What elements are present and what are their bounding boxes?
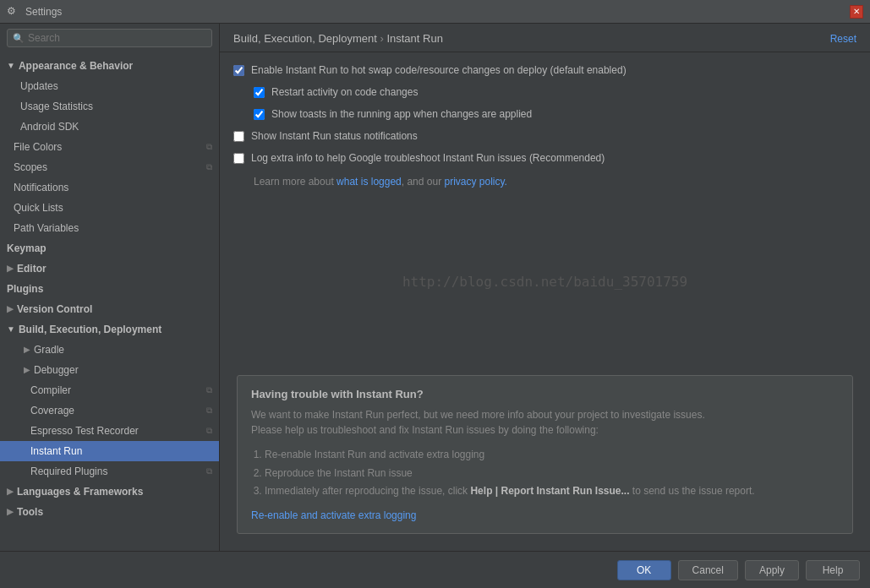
restart-activity-checkbox[interactable] [254, 87, 265, 98]
checkbox-show-status-notifications: Show Instant Run status notifications [233, 128, 856, 144]
expand-icon: ▶ [7, 504, 14, 520]
show-toasts-checkbox[interactable] [254, 109, 265, 120]
enable-instant-run-label: Enable Instant Run to hot swap code/reso… [251, 64, 627, 76]
trouble-box: Having trouble with Instant Run? We want… [237, 375, 853, 534]
sidebar-item-android-sdk[interactable]: Android SDK [0, 117, 219, 137]
main-container: 🔍 ▼ Appearance & Behavior Updates Usage … [0, 24, 870, 588]
sidebar-item-label: Languages & Frameworks [17, 483, 143, 500]
search-box[interactable]: 🔍 [7, 29, 212, 47]
trouble-step-3: Immediately after reproducing the issue,… [265, 482, 839, 501]
sidebar-item-label: Editor [17, 260, 47, 277]
sidebar-item-label: Keymap [7, 240, 47, 257]
copy-icon: ⧉ [206, 402, 212, 419]
sidebar-item-label: File Colors [14, 139, 62, 155]
sidebar-item-gradle[interactable]: ▶ Gradle [0, 340, 219, 360]
panel-content: Enable Instant Run to hot swap code/reso… [220, 52, 870, 551]
sidebar-item-label: Path Variables [14, 220, 79, 237]
sidebar-item-file-colors[interactable]: File Colors ⧉ [0, 137, 219, 157]
ok-button[interactable]: OK [617, 560, 671, 580]
checkbox-enable-instant-run: Enable Instant Run to hot swap code/reso… [233, 63, 856, 78]
trouble-step-2: Reproduce the Instant Run issue [265, 465, 839, 483]
copy-icon: ⧉ [206, 463, 212, 480]
enable-instant-run-checkbox[interactable] [233, 65, 244, 76]
sidebar-item-label: Coverage [30, 402, 74, 419]
log-extra-info-checkbox[interactable] [233, 153, 244, 164]
sidebar-item-debugger[interactable]: ▶ Debugger [0, 360, 219, 380]
expand-icon: ▼ [7, 57, 15, 74]
search-input[interactable] [28, 32, 206, 44]
sidebar-item-label: Quick Lists [14, 199, 63, 216]
trouble-title: Having trouble with Instant Run? [251, 388, 839, 400]
search-icon: 🔍 [13, 33, 25, 44]
sidebar-item-label: Required Plugins [30, 463, 107, 480]
content-area: 🔍 ▼ Appearance & Behavior Updates Usage … [0, 24, 870, 551]
sidebar-item-updates[interactable]: Updates [0, 76, 219, 96]
re-enable-logging-link[interactable]: Re-enable and activate extra logging [251, 509, 416, 521]
panel-header: Build, Execution, Deployment › Instant R… [220, 24, 870, 52]
sidebar-item-build-execution-deployment[interactable]: ▼ Build, Execution, Deployment [0, 319, 219, 340]
sidebar-item-instant-run[interactable]: Instant Run [0, 441, 219, 461]
copy-icon: ⧉ [206, 422, 212, 439]
sidebar-item-scopes[interactable]: Scopes ⧉ [0, 157, 219, 177]
what-is-logged-link[interactable]: what is logged [337, 176, 402, 188]
sidebar-item-editor[interactable]: ▶ Editor [0, 259, 219, 279]
sidebar-item-label: Appearance & Behavior [19, 57, 133, 74]
main-panel: Build, Execution, Deployment › Instant R… [220, 24, 870, 551]
show-status-notifications-checkbox[interactable] [233, 131, 244, 142]
help-button[interactable]: Help [806, 560, 860, 580]
show-toasts-label: Show toasts in the running app when chan… [271, 108, 532, 120]
sidebar-item-tools[interactable]: ▶ Tools [0, 502, 219, 522]
breadcrumb: Build, Execution, Deployment › Instant R… [233, 32, 443, 45]
expand-icon: ▼ [7, 321, 15, 338]
panel-breadcrumb-text: Build, Execution, Deployment › Instant R… [233, 32, 443, 45]
show-status-notifications-label: Show Instant Run status notifications [251, 130, 418, 142]
sidebar-item-label: Debugger [34, 362, 79, 378]
sidebar-item-coverage[interactable]: Coverage ⧉ [0, 400, 219, 421]
sidebar-item-plugins[interactable]: Plugins [0, 279, 219, 299]
copy-icon: ⧉ [206, 382, 212, 399]
sidebar-item-label: Instant Run [30, 443, 82, 460]
cancel-button[interactable]: Cancel [678, 560, 738, 580]
sidebar-item-keymap[interactable]: Keymap [0, 238, 219, 259]
sidebar-item-label: Build, Execution, Deployment [19, 321, 161, 338]
expand-icon: ▶ [24, 362, 30, 378]
trouble-desc: We want to make Instant Run perfect, but… [251, 407, 839, 438]
help-menu-label: Help | Report Instant Run Issue... [470, 485, 629, 497]
privacy-policy-link[interactable]: privacy policy. [444, 176, 506, 188]
sidebar-item-label: Notifications [14, 179, 68, 196]
sidebar-item-label: Android SDK [20, 118, 79, 135]
sidebar-item-languages-frameworks[interactable]: ▶ Languages & Frameworks [0, 482, 219, 502]
sidebar-item-usage-statistics[interactable]: Usage Statistics [0, 96, 219, 117]
apply-button[interactable]: Apply [745, 560, 799, 580]
sidebar-item-notifications[interactable]: Notifications [0, 177, 219, 198]
expand-icon: ▶ [7, 483, 14, 500]
trouble-steps: Re-enable Instant Run and activate extra… [251, 446, 839, 501]
sidebar-item-version-control[interactable]: ▶ Version Control [0, 299, 219, 319]
sidebar-item-espresso-test-recorder[interactable]: Espresso Test Recorder ⧉ [0, 421, 219, 441]
restart-activity-label: Restart activity on code changes [271, 86, 418, 98]
watermark-text: http://blog.csdn.net/baidu_35701759 [233, 194, 856, 368]
sidebar-item-label: Plugins [7, 280, 43, 297]
expand-icon: ▶ [7, 301, 14, 318]
sidebar-item-label: Version Control [17, 301, 92, 318]
sidebar-item-appearance-behavior[interactable]: ▼ Appearance & Behavior [0, 56, 219, 76]
title-bar: ⚙ Settings ✕ [0, 0, 870, 24]
sidebar-item-label: Scopes [14, 159, 47, 176]
close-button[interactable]: ✕ [850, 5, 863, 19]
sidebar-item-quick-lists[interactable]: Quick Lists [0, 198, 219, 218]
expand-icon: ▶ [7, 260, 14, 277]
checkbox-show-toasts: Show toasts in the running app when chan… [254, 106, 856, 122]
app-icon: ⚙ [7, 5, 20, 19]
log-extra-info-label: Log extra info to help Google troublesho… [251, 152, 605, 164]
title-bar-text: Settings [25, 6, 850, 18]
reset-button[interactable]: Reset [830, 33, 856, 45]
learn-more-text: Learn more about what is logged, and our… [254, 176, 856, 188]
sidebar-item-path-variables[interactable]: Path Variables [0, 218, 219, 238]
sidebar-item-compiler[interactable]: Compiler ⧉ [0, 380, 219, 400]
bottom-bar: OK Cancel Apply Help [0, 551, 870, 588]
sidebar-item-label: Updates [20, 78, 58, 95]
sidebar-item-required-plugins[interactable]: Required Plugins ⧉ [0, 461, 219, 482]
copy-icon: ⧉ [206, 139, 212, 155]
sidebar-tree: ▼ Appearance & Behavior Updates Usage St… [0, 52, 219, 551]
sidebar-item-label: Compiler [30, 382, 71, 399]
